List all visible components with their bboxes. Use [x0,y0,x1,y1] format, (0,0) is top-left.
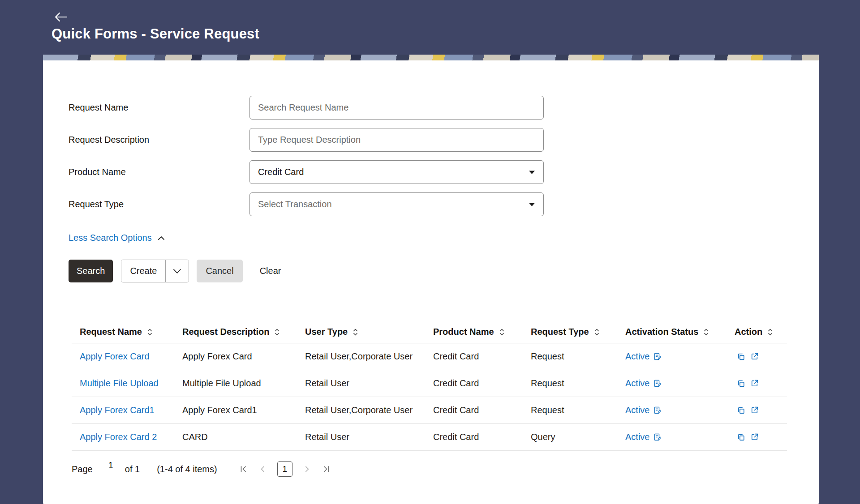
export-button[interactable] [750,433,759,441]
cancel-button[interactable]: Cancel [197,260,242,282]
user-type-cell: Retail User [305,378,433,389]
next-page-button[interactable] [302,465,312,474]
product-name-selected-value: Credit Card [258,167,304,177]
column-label: Product Name [433,327,494,337]
request-type-cell: Request [531,351,625,362]
edit-status-icon[interactable] [654,433,662,441]
column-label: Request Name [80,327,142,337]
user-type-cell: Retail User [305,432,433,442]
page-number-button[interactable]: 1 [277,461,292,477]
create-button[interactable]: Create [121,260,165,282]
open-in-new-icon [750,379,759,388]
current-page-input[interactable]: 1 [108,460,113,470]
pagination-nav: 1 [239,461,331,477]
app-header: Quick Forms - Service Request [0,0,860,55]
chevron-left-icon [258,465,267,474]
table-header-row: Request Name Request Description User Ty… [72,321,787,343]
clear-button[interactable]: Clear [260,260,281,282]
export-button[interactable] [750,379,759,388]
search-button[interactable]: Search [69,260,113,282]
create-split-button: Create [121,260,189,282]
copy-icon [737,352,745,361]
action-cell [735,433,787,441]
search-form: Request Name Request Description Product… [43,60,819,282]
request-type-cell: Request [531,378,625,389]
product-name-cell: Credit Card [433,378,531,389]
copy-icon [737,433,745,441]
edit-status-icon[interactable] [654,406,662,414]
copy-button[interactable] [737,406,745,414]
activation-status-link[interactable]: Active [625,378,649,389]
chevron-bar-right-icon [322,465,331,474]
export-button[interactable] [750,406,759,414]
user-type-cell: Retail User,Corporate User [305,405,433,415]
less-search-options-link[interactable]: Less Search Options [69,233,165,243]
form-row-request-description: Request Description [69,128,819,152]
column-header-product-name[interactable]: Product Name [433,327,531,337]
first-page-button[interactable] [239,465,248,474]
page-of-label: of 1 [125,464,140,474]
chevron-right-icon [302,465,312,474]
request-description-cell: CARD [182,432,305,442]
open-in-new-icon [750,352,759,361]
edit-status-icon[interactable] [654,353,662,361]
column-header-request-name[interactable]: Request Name [72,327,182,337]
sort-icon [767,328,773,336]
request-name-link[interactable]: Apply Forex Card 2 [80,432,157,442]
activation-status-cell: Active [625,405,735,415]
copy-button[interactable] [737,433,745,441]
request-description-cell: Apply Forex Card1 [182,405,305,415]
previous-page-button[interactable] [258,465,267,474]
last-page-button[interactable] [322,465,331,474]
request-name-label: Request Name [69,103,249,113]
chevron-down-icon [529,202,535,207]
banner-image-strip [43,55,819,60]
back-button[interactable] [53,10,69,24]
column-header-user-type[interactable]: User Type [305,327,433,337]
request-name-link[interactable]: Apply Forex Card [80,351,150,361]
column-label: Action [735,327,762,337]
action-cell [735,406,787,414]
create-dropdown-button[interactable] [165,260,189,282]
request-type-cell: Query [531,432,625,442]
activation-status-link[interactable]: Active [625,405,649,415]
column-header-activation-status[interactable]: Activation Status [625,327,735,337]
request-description-cell: Multiple File Upload [182,378,305,389]
activation-status-cell: Active [625,432,735,442]
activation-status-link[interactable]: Active [625,432,649,442]
sort-icon [499,328,505,336]
copy-button[interactable] [737,352,745,361]
request-type-cell: Request [531,405,625,415]
column-label: Request Type [531,327,589,337]
card-body: Request Name Request Description Product… [43,60,819,504]
request-type-label: Request Type [69,199,249,209]
column-label: Request Description [182,327,269,337]
open-in-new-icon [750,433,759,441]
edit-status-icon[interactable] [654,380,662,388]
request-name-link[interactable]: Apply Forex Card1 [80,405,155,415]
sort-icon [703,328,709,336]
arrow-left-icon [54,12,68,22]
copy-icon [737,379,745,388]
request-type-placeholder: Select Transaction [258,199,332,209]
request-description-input[interactable] [249,128,544,152]
form-row-request-type: Request Type Select Transaction [69,192,819,216]
activation-status-link[interactable]: Active [625,351,649,362]
request-name-input[interactable] [249,96,544,120]
chevron-bar-left-icon [239,465,248,474]
table-row: Apply Forex Card1 Apply Forex Card1 Reta… [72,397,787,424]
sort-icon [353,328,358,336]
page-title: Quick Forms - Service Request [52,26,259,42]
request-name-link[interactable]: Multiple File Upload [80,378,159,388]
column-header-action[interactable]: Action [735,327,787,337]
column-header-request-type[interactable]: Request Type [531,327,625,337]
action-cell [735,352,787,361]
column-header-request-description[interactable]: Request Description [182,327,305,337]
product-name-cell: Credit Card [433,351,531,362]
request-type-select[interactable]: Select Transaction [249,192,544,216]
user-type-cell: Retail User,Corporate User [305,351,433,362]
copy-button[interactable] [737,379,745,388]
export-button[interactable] [750,352,759,361]
less-search-options-label: Less Search Options [69,233,152,243]
product-name-select[interactable]: Credit Card [249,160,544,184]
